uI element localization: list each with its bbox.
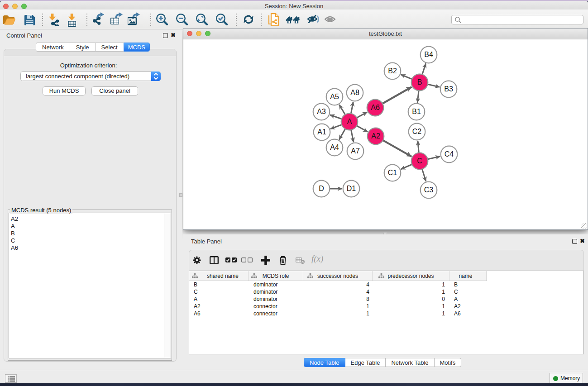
svg-text:A5: A5 bbox=[330, 93, 339, 100]
svg-text:C4: C4 bbox=[445, 150, 454, 158]
svg-text:C1: C1 bbox=[388, 169, 397, 176]
svg-text:B4: B4 bbox=[424, 51, 433, 58]
svg-text:A3: A3 bbox=[317, 108, 326, 115]
svg-text:C: C bbox=[417, 157, 422, 165]
svg-text:A: A bbox=[347, 118, 352, 125]
svg-text:C2: C2 bbox=[412, 128, 422, 135]
svg-text:A6: A6 bbox=[371, 104, 380, 111]
svg-text:D1: D1 bbox=[347, 185, 356, 192]
svg-text:C3: C3 bbox=[424, 186, 434, 194]
svg-text:A8: A8 bbox=[350, 89, 359, 96]
svg-text:A1: A1 bbox=[317, 128, 326, 136]
svg-text:D: D bbox=[319, 185, 324, 192]
svg-text:A2: A2 bbox=[371, 132, 380, 140]
svg-text:B1: B1 bbox=[412, 108, 421, 115]
svg-text:B3: B3 bbox=[444, 85, 453, 93]
svg-text:A7: A7 bbox=[351, 147, 360, 155]
svg-text:B2: B2 bbox=[388, 67, 397, 75]
svg-text:A4: A4 bbox=[330, 143, 339, 151]
svg-text:B: B bbox=[417, 78, 422, 86]
